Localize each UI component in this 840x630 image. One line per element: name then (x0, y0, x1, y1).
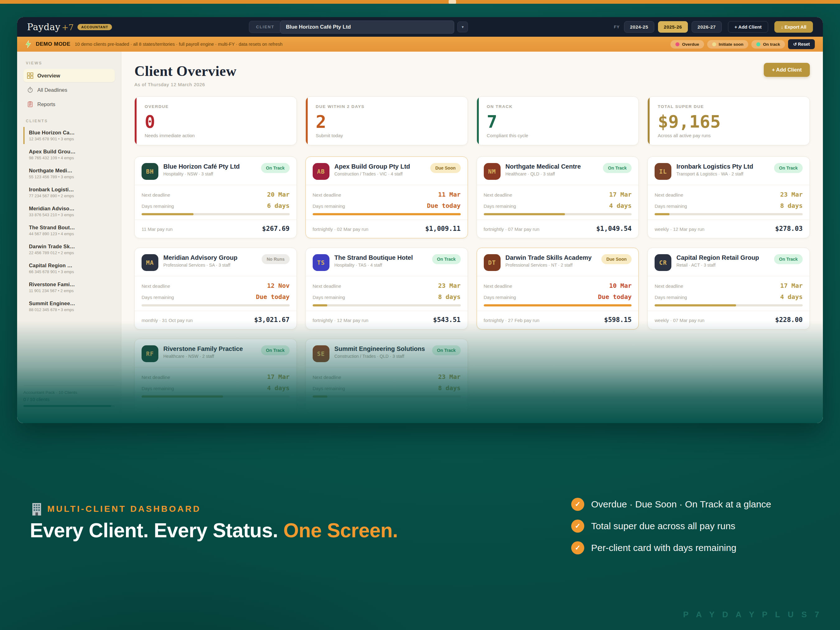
deadline-progress-bar (313, 213, 461, 215)
stopwatch-icon (27, 87, 33, 93)
client-card-darwin[interactable]: DT Darwin Trade Skills AcademyProfession… (477, 248, 639, 330)
plan-label: Accountant Pack · 10 Clients (23, 390, 115, 395)
client-card-summit[interactable]: SE Summit Engineering SolutionsConstruct… (306, 339, 468, 413)
client-card-blue-horizon[interactable]: BH Blue Horizon Café Pty LtdHospitality … (134, 156, 297, 238)
grid-icon (27, 73, 33, 79)
sidebar-client-blue-horizon[interactable]: Blue Horizon Ca… 12 345 678 901 • 3 emps (23, 127, 115, 144)
plan-usage-fill (23, 405, 111, 407)
client-card-riverstone[interactable]: RF Riverstone Family PracticeHealthcare … (134, 339, 297, 413)
status-badge: Due Soon (430, 163, 461, 173)
promo-headline-accent: One Screen. (283, 519, 398, 542)
clients-section-label: CLIENTS (26, 119, 115, 123)
fy-button-2025-26[interactable]: 2025-26 (658, 21, 688, 33)
deadline-progress-bar (142, 395, 290, 398)
sidebar-client-strand[interactable]: The Strand Bout… 44 567 890 123 • 4 emps (23, 222, 115, 239)
legend-overdue-label: Overdue (682, 42, 699, 47)
stat-card-due-within-2-days: DUE WITHIN 2 DAYS 2 Submit today (306, 96, 468, 145)
promo-bullet-statuses: ✓ Overdue · Due Soon · On Track at a gla… (571, 498, 771, 511)
deadline-progress-bar (142, 213, 290, 215)
on-track-dot-icon (756, 42, 760, 46)
client-label: CLIENT (249, 21, 280, 33)
sidebar-client-northgate[interactable]: Northgate Medi… 55 123 456 789 • 3 emps (23, 165, 115, 182)
fy-button-2024-25[interactable]: 2024-25 (624, 21, 654, 33)
overdue-dot-icon (676, 42, 679, 46)
deadline-progress-bar (142, 304, 290, 306)
reset-button[interactable]: ↺ Reset (788, 39, 815, 49)
status-badge: On Track (432, 254, 461, 264)
app-header: Payday +7 ACCOUNTANT CLIENT Blue Horizon… (17, 17, 823, 37)
avatar: IL (655, 163, 671, 180)
accountant-badge: ACCOUNTANT (77, 24, 112, 30)
deadline-progress-bar (655, 213, 803, 215)
stat-card-total-super-due: TOTAL SUPER DUE $9,165 Across all active… (647, 96, 810, 145)
header-actions: FY 2024-25 2025-26 2026-27 + Add Client … (614, 21, 813, 33)
client-card-northgate[interactable]: NM Northgate Medical CentreHealthcare · … (477, 156, 639, 238)
logo-payday: Payday (27, 22, 60, 32)
plan-usage-bar (23, 405, 115, 407)
stat-accent-bar (648, 97, 650, 145)
sidebar-item-all-deadlines[interactable]: All Deadlines (23, 84, 115, 96)
client-selector-group: CLIENT Blue Horizon Café Pty Ltd ▾ (249, 21, 468, 33)
client-caret-button[interactable]: ▾ (457, 22, 468, 32)
status-badge: On Track (261, 345, 290, 355)
sidebar-client-riverstone[interactable]: Riverstone Fami… 11 901 234 567 • 2 emps (23, 279, 115, 296)
page-subtitle: As of Thursday 12 March 2026 (134, 82, 237, 87)
status-badge: Due Soon (602, 254, 632, 264)
export-all-button[interactable]: ↓ Export All (774, 21, 813, 33)
sidebar-item-label: Overview (37, 73, 60, 79)
client-select[interactable]: Blue Horizon Café Pty Ltd (280, 21, 454, 33)
sidebar-client-darwin[interactable]: Darwin Trade Sk… 22 456 789 012 • 2 emps (23, 241, 115, 258)
deadline-progress-bar (484, 304, 632, 306)
client-cards-grid: BH Blue Horizon Café Pty LtdHospitality … (134, 156, 810, 413)
deadline-progress-bar (313, 304, 461, 306)
status-badge: On Track (432, 345, 461, 355)
add-client-button[interactable]: + Add Client (764, 63, 810, 77)
lightning-icon (25, 41, 32, 48)
sidebar-client-summit[interactable]: Summit Enginee… 88 012 345 678 • 3 emps (23, 298, 115, 315)
page-title: Client Overview (134, 63, 237, 79)
sidebar-item-label: All Deadlines (37, 87, 67, 93)
logo-plus7: +7 (62, 23, 74, 32)
demo-mode-banner: DEMO MODE 10 demo clients pre-loaded · a… (17, 37, 823, 52)
avatar: CR (655, 254, 671, 271)
stat-accent-bar (135, 97, 137, 145)
main-content: Client Overview As of Thursday 12 March … (122, 52, 823, 423)
promo-bullet-total-super: ✓ Total super due across all pay runs (571, 519, 771, 533)
building-icon (31, 502, 42, 516)
sidebar-item-overview[interactable]: Overview (23, 69, 115, 82)
sidebar-item-reports[interactable]: Reports (23, 98, 115, 111)
add-client-button-header[interactable]: + Add Client (728, 21, 768, 33)
status-badge: No Runs (262, 254, 290, 264)
avatar: RF (142, 345, 158, 362)
sidebar-client-meridian[interactable]: Meridian Adviso… 33 876 543 210 • 3 emps (23, 203, 115, 220)
status-legend: Overdue Initiate soon On track ↺ Reset (671, 39, 815, 49)
promo-kicker-label: MULTI-CLIENT DASHBOARD (47, 504, 201, 514)
page-header: Client Overview As of Thursday 12 March … (134, 63, 810, 87)
client-card-strand[interactable]: TS The Strand Boutique HotelHospitality … (306, 248, 468, 330)
legend-on-track-label: On track (763, 42, 780, 47)
fy-button-2026-27[interactable]: 2026-27 (692, 21, 722, 33)
client-card-capital[interactable]: CR Capital Region Retail GroupRetail · A… (647, 248, 810, 330)
fy-label: FY (614, 25, 620, 29)
sidebar: VIEWS Overview All Deadlines (17, 52, 122, 423)
initiate-soon-dot-icon (712, 42, 716, 46)
sidebar-client-ironbark[interactable]: Ironbark Logisti… 77 234 567 890 • 2 emp… (23, 184, 115, 201)
legend-initiate-soon-label: Initiate soon (718, 42, 744, 47)
avatar: AB (313, 163, 330, 180)
views-section-label: VIEWS (26, 61, 115, 65)
avatar: DT (484, 254, 501, 271)
check-icon: ✓ (571, 498, 584, 511)
client-card-ironbark[interactable]: IL Ironbark Logistics Pty LtdTransport &… (647, 156, 810, 238)
sidebar-client-capital[interactable]: Capital Region … 66 345 678 901 • 3 emps (23, 260, 115, 277)
client-card-meridian[interactable]: MA Meridian Advisory GroupProfessional S… (134, 248, 297, 330)
status-badge: On Track (261, 163, 290, 173)
status-badge: On Track (774, 163, 803, 173)
demo-mode-title: DEMO MODE (36, 41, 70, 47)
top-strip-notch (448, 0, 456, 4)
sidebar-client-apex-build[interactable]: Apex Build Grou… 98 765 432 109 • 4 emps (23, 146, 115, 163)
deadline-progress-bar (313, 395, 461, 398)
stat-card-overdue: OVERDUE 0 Needs immediate action (134, 96, 297, 145)
client-card-apex-build[interactable]: AB Apex Build Group Pty LtdConstruction … (306, 156, 468, 238)
legend-overdue: Overdue (671, 40, 704, 49)
demo-mode-description: 10 demo clients pre-loaded · all 8 state… (75, 42, 283, 47)
